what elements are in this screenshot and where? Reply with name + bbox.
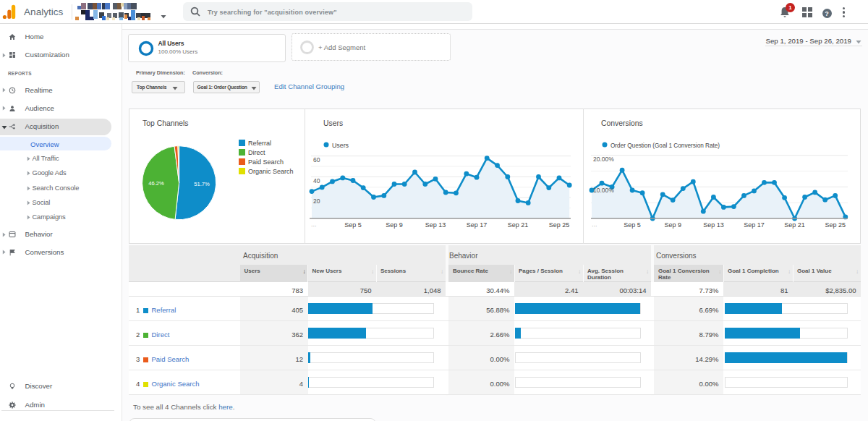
- svg-text:Sep 17: Sep 17: [467, 221, 488, 229]
- svg-text:Sep 25: Sep 25: [549, 221, 570, 229]
- svg-text:20.00%: 20.00%: [593, 156, 614, 163]
- svg-text:Sep 21: Sep 21: [508, 221, 529, 229]
- svg-text:Sep 17: Sep 17: [744, 221, 765, 229]
- svg-text:Sep 25: Sep 25: [825, 221, 846, 229]
- svg-text:Sep 21: Sep 21: [784, 221, 805, 229]
- svg-text:Conversions: Conversions: [601, 119, 643, 127]
- svg-text:Referral: Referral: [248, 140, 271, 147]
- svg-text:40: 40: [313, 177, 320, 184]
- svg-text:Sep 5: Sep 5: [624, 221, 641, 229]
- svg-text:10.00%: 10.00%: [593, 187, 614, 194]
- svg-text:...: ...: [311, 221, 317, 228]
- svg-text:...: ...: [592, 221, 597, 228]
- svg-text:60: 60: [313, 156, 320, 163]
- svg-text:Organic Search: Organic Search: [248, 168, 294, 175]
- svg-text:Sep 5: Sep 5: [344, 221, 362, 229]
- svg-text:46.2%: 46.2%: [148, 180, 164, 187]
- svg-text:Sep 9: Sep 9: [664, 221, 681, 229]
- svg-text:Users: Users: [332, 142, 349, 149]
- svg-text:Sep 9: Sep 9: [386, 221, 403, 229]
- svg-text:Direct: Direct: [248, 149, 265, 156]
- svg-text:Top Channels: Top Channels: [142, 119, 189, 127]
- svg-text:Sep 13: Sep 13: [425, 221, 446, 229]
- svg-text:Sep 13: Sep 13: [703, 221, 724, 229]
- svg-text:51.7%: 51.7%: [194, 181, 210, 187]
- svg-text:Users: Users: [323, 119, 343, 127]
- svg-text:Paid Search: Paid Search: [248, 158, 284, 166]
- svg-text:20: 20: [313, 197, 320, 205]
- svg-text:Order Question (Goal 1 Convers: Order Question (Goal 1 Conversion Rate): [610, 143, 720, 149]
